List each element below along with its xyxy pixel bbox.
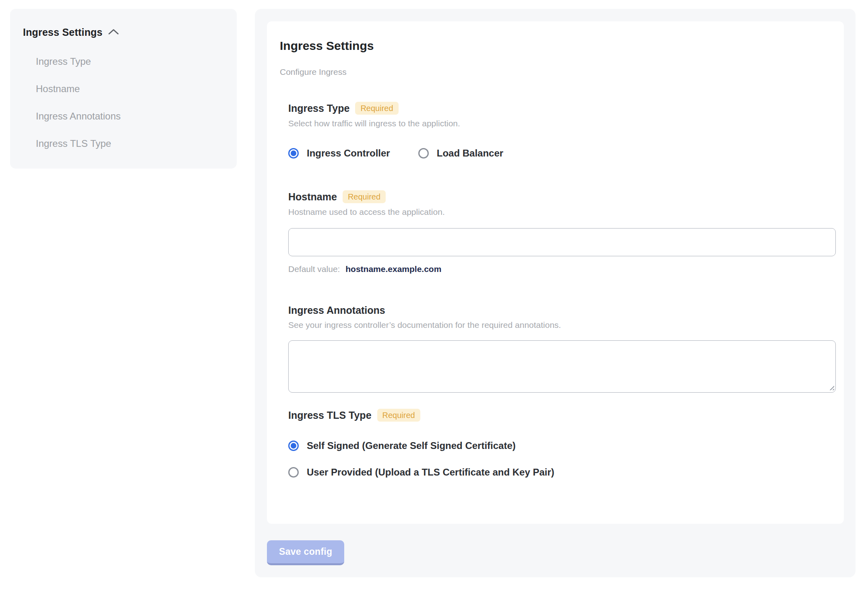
sidebar-item-list: Ingress Type Hostname Ingress Annotation… bbox=[23, 48, 225, 157]
form-sections: Ingress Type Required Select how traffic… bbox=[288, 102, 836, 478]
radio-option-ingress-controller[interactable]: Ingress Controller bbox=[288, 148, 390, 159]
page-title: Ingress Settings bbox=[280, 21, 836, 53]
ingress-type-radio-group: Ingress Controller Load Balancer bbox=[288, 148, 836, 159]
chevron-up-icon[interactable] bbox=[108, 29, 119, 37]
section-ingress-tls-type: Ingress TLS Type Required Self Signed (G… bbox=[288, 409, 836, 478]
radio-label: Ingress Controller bbox=[307, 148, 390, 159]
section-ingress-type: Ingress Type Required Select how traffic… bbox=[288, 102, 836, 159]
radio-label: User Provided (Upload a TLS Certificate … bbox=[307, 467, 554, 478]
ingress-tls-type-label: Ingress TLS Type bbox=[288, 410, 372, 421]
ingress-settings-panel: Ingress Settings Configure Ingress Ingre… bbox=[255, 9, 856, 577]
hostname-help: Hostname used to access the application. bbox=[288, 207, 836, 217]
save-config-button[interactable]: Save config bbox=[267, 540, 344, 565]
hostname-input[interactable] bbox=[288, 228, 836, 256]
required-badge: Required bbox=[355, 102, 398, 115]
radio-option-user-provided[interactable]: User Provided (Upload a TLS Certificate … bbox=[288, 467, 836, 478]
ingress-annotations-textarea[interactable] bbox=[288, 340, 836, 393]
radio-label: Self Signed (Generate Self Signed Certif… bbox=[307, 440, 516, 451]
radio-icon[interactable] bbox=[288, 441, 299, 451]
page-subtitle: Configure Ingress bbox=[280, 67, 836, 77]
hostname-label: Hostname bbox=[288, 191, 337, 203]
radio-icon[interactable] bbox=[418, 148, 429, 159]
default-value-prefix: Default value: bbox=[288, 264, 340, 274]
settings-nav-sidebar: Ingress Settings Ingress Type Hostname I… bbox=[10, 9, 237, 169]
sidebar-section-toggle[interactable]: Ingress Settings bbox=[23, 27, 225, 38]
ingress-annotations-help: See your ingress controller’s documentat… bbox=[288, 320, 836, 330]
radio-icon[interactable] bbox=[288, 467, 299, 478]
ingress-type-help: Select how traffic will ingress to the a… bbox=[288, 119, 836, 128]
tls-type-radio-group: Self Signed (Generate Self Signed Certif… bbox=[288, 440, 836, 478]
section-ingress-annotations: Ingress Annotations See your ingress con… bbox=[288, 305, 836, 393]
section-hostname: Hostname Required Hostname used to acces… bbox=[288, 190, 836, 274]
required-badge: Required bbox=[377, 409, 420, 422]
sidebar-item-ingress-type[interactable]: Ingress Type bbox=[23, 48, 225, 75]
ingress-type-label: Ingress Type bbox=[288, 103, 349, 114]
radio-icon[interactable] bbox=[288, 148, 299, 159]
hostname-default-line: Default value: hostname.example.com bbox=[288, 264, 836, 274]
default-value-text: hostname.example.com bbox=[345, 264, 441, 274]
ingress-settings-card: Ingress Settings Configure Ingress Ingre… bbox=[267, 21, 844, 524]
radio-option-load-balancer[interactable]: Load Balancer bbox=[418, 148, 503, 159]
ingress-annotations-label: Ingress Annotations bbox=[288, 305, 385, 316]
sidebar-item-ingress-tls-type[interactable]: Ingress TLS Type bbox=[23, 130, 225, 157]
radio-label: Load Balancer bbox=[437, 148, 503, 159]
required-badge: Required bbox=[343, 190, 386, 203]
radio-option-self-signed[interactable]: Self Signed (Generate Self Signed Certif… bbox=[288, 440, 836, 451]
sidebar-item-ingress-annotations[interactable]: Ingress Annotations bbox=[23, 103, 225, 130]
sidebar-item-hostname[interactable]: Hostname bbox=[23, 75, 225, 103]
sidebar-section-title: Ingress Settings bbox=[23, 27, 103, 38]
